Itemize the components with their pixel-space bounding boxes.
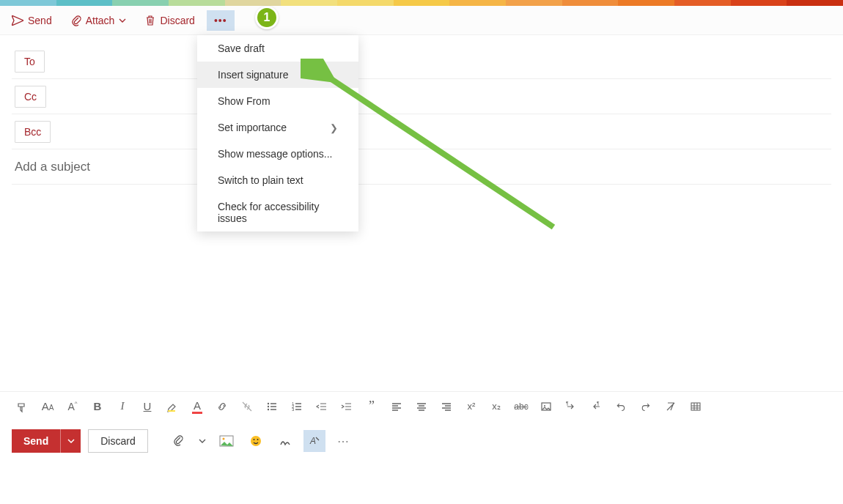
svg-rect-11 bbox=[691, 403, 700, 410]
attach-label: Attach bbox=[86, 15, 115, 26]
strikethrough-button[interactable]: abc bbox=[510, 396, 532, 417]
svg-text:3: 3 bbox=[292, 407, 295, 412]
redo-button[interactable] bbox=[635, 396, 657, 417]
dd-accessibility-check[interactable]: Check for accessibility issues bbox=[197, 193, 358, 231]
format-painter-button[interactable] bbox=[12, 396, 34, 417]
quote-button[interactable]: ” bbox=[361, 396, 383, 417]
more-bottom-button[interactable]: ⋯ bbox=[333, 430, 355, 452]
table-button[interactable] bbox=[685, 396, 707, 417]
bottom-bar: Send Discard A ⋯ bbox=[0, 420, 843, 462]
emoji-button[interactable] bbox=[245, 430, 267, 452]
link-button[interactable] bbox=[211, 396, 233, 417]
svg-text:¶: ¶ bbox=[566, 401, 569, 406]
send-label: Send bbox=[28, 15, 52, 26]
to-row: To bbox=[12, 44, 831, 79]
font-size-button[interactable]: A^ bbox=[62, 396, 84, 417]
bcc-input[interactable] bbox=[59, 122, 831, 142]
show-format-toolbar-button[interactable]: A bbox=[303, 430, 325, 452]
dd-insert-signature[interactable]: Insert signature bbox=[197, 62, 358, 88]
unlink-button[interactable] bbox=[236, 396, 258, 417]
svg-point-14 bbox=[251, 436, 261, 446]
align-right-button[interactable] bbox=[435, 396, 457, 417]
more-actions-dropdown: Save draft Insert signature Show From Se… bbox=[197, 35, 358, 231]
discard-button[interactable]: Discard bbox=[138, 10, 202, 31]
insert-image-button[interactable] bbox=[535, 396, 557, 417]
align-center-button[interactable] bbox=[411, 396, 432, 417]
format-toolbar: AA A^ B I U A 123 ” x² x₂ abc ¶ bbox=[0, 391, 843, 420]
send-primary-button[interactable]: Send bbox=[12, 429, 81, 453]
svg-rect-0 bbox=[168, 410, 175, 412]
send-button[interactable]: Send bbox=[4, 10, 59, 31]
bullet-list-button[interactable] bbox=[261, 396, 283, 417]
chevron-right-icon: ❯ bbox=[330, 122, 338, 133]
svg-point-3 bbox=[268, 408, 269, 410]
font-color-button[interactable]: A bbox=[186, 396, 208, 417]
bcc-row: Bcc bbox=[12, 114, 831, 149]
cc-row: Cc bbox=[12, 79, 831, 114]
svg-point-1 bbox=[268, 402, 269, 404]
send-caret-button[interactable] bbox=[60, 429, 81, 453]
top-toolbar: Send Attach Discard ••• bbox=[0, 6, 843, 35]
svg-point-15 bbox=[253, 439, 254, 440]
to-input[interactable] bbox=[54, 51, 831, 72]
dd-set-importance[interactable]: Set importance❯ bbox=[197, 114, 358, 141]
signature-toggle-button[interactable] bbox=[274, 430, 296, 452]
indent-button[interactable] bbox=[336, 396, 358, 417]
superscript-button[interactable]: x² bbox=[460, 396, 482, 417]
highlight-button[interactable] bbox=[161, 396, 183, 417]
dd-show-message-options[interactable]: Show message options... bbox=[197, 141, 358, 167]
more-actions-button[interactable]: ••• bbox=[207, 10, 235, 31]
rtl-button[interactable]: ¶ bbox=[585, 396, 607, 417]
discard-primary-button[interactable]: Discard bbox=[88, 429, 147, 453]
paperclip-icon bbox=[71, 15, 81, 26]
underline-button[interactable]: U bbox=[136, 396, 158, 417]
ltr-button[interactable]: ¶ bbox=[560, 396, 582, 417]
bcc-chip[interactable]: Bcc bbox=[15, 121, 51, 143]
undo-button[interactable] bbox=[610, 396, 632, 417]
numbered-list-button[interactable]: 123 bbox=[286, 396, 308, 417]
font-button[interactable]: AA bbox=[37, 396, 59, 417]
attach-icon-button[interactable] bbox=[167, 430, 189, 452]
rainbow-strip bbox=[0, 0, 843, 6]
cc-chip[interactable]: Cc bbox=[15, 86, 46, 108]
bold-button[interactable]: B bbox=[86, 396, 108, 417]
ellipsis-icon: ••• bbox=[214, 15, 227, 26]
svg-text:¶: ¶ bbox=[597, 401, 600, 406]
trash-icon bbox=[145, 15, 155, 26]
svg-text:A: A bbox=[309, 436, 316, 446]
insert-picture-button[interactable] bbox=[216, 430, 238, 452]
svg-point-16 bbox=[257, 439, 258, 440]
subscript-button[interactable]: x₂ bbox=[485, 396, 507, 417]
discard-label: Discard bbox=[160, 15, 194, 26]
attach-button[interactable]: Attach bbox=[64, 10, 134, 31]
compose-area: To Cc Bcc bbox=[0, 35, 843, 391]
svg-point-8 bbox=[544, 405, 545, 407]
italic-button[interactable]: I bbox=[111, 396, 133, 417]
align-left-button[interactable] bbox=[386, 396, 408, 417]
dd-save-draft[interactable]: Save draft bbox=[197, 35, 358, 62]
subject-row bbox=[12, 149, 831, 185]
send-primary-label: Send bbox=[23, 435, 48, 447]
step-badge: 1 bbox=[255, 6, 279, 29]
svg-point-13 bbox=[222, 438, 224, 440]
attach-caret-button[interactable] bbox=[196, 430, 208, 452]
clear-format-button[interactable] bbox=[660, 396, 682, 417]
message-body[interactable] bbox=[12, 185, 831, 391]
dd-show-from[interactable]: Show From bbox=[197, 88, 358, 114]
chevron-down-icon bbox=[119, 18, 126, 23]
to-chip[interactable]: To bbox=[15, 51, 45, 73]
cc-input[interactable] bbox=[55, 86, 831, 107]
svg-point-2 bbox=[268, 405, 269, 407]
subject-input[interactable] bbox=[12, 155, 831, 179]
send-icon bbox=[12, 15, 23, 26]
dd-switch-plain-text[interactable]: Switch to plain text bbox=[197, 167, 358, 193]
outdent-button[interactable] bbox=[311, 396, 333, 417]
